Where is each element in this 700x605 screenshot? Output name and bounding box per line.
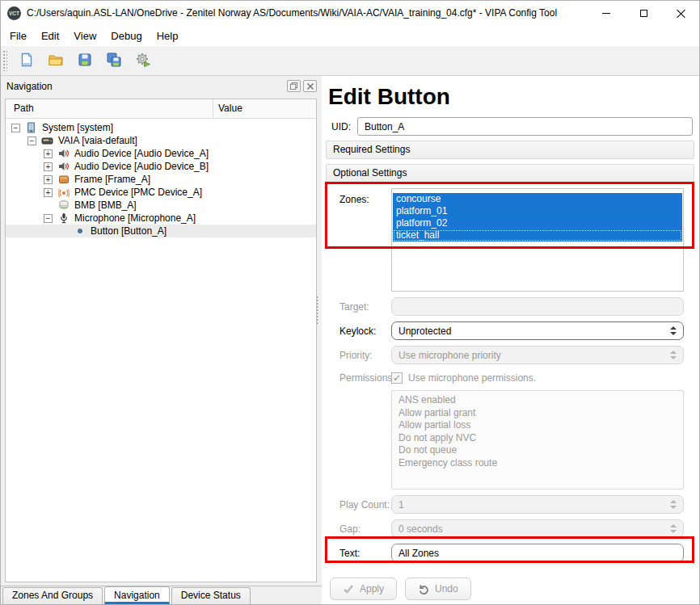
priority-value: Use microphone priority [398, 350, 501, 361]
close-button[interactable] [662, 1, 699, 25]
expand-expander-icon[interactable] [44, 175, 53, 184]
keylock-value: Unprotected [398, 326, 451, 337]
menu-debug[interactable]: Debug [103, 27, 149, 45]
tree-item-label: VAIA [vaia-default] [58, 135, 137, 146]
text-input[interactable] [391, 544, 684, 562]
tab-zones-and-groups[interactable]: Zones And Groups [2, 587, 103, 604]
new-file-button[interactable] [12, 48, 41, 73]
bmb-icon [57, 200, 70, 211]
tab-navigation[interactable]: Navigation [104, 586, 170, 604]
tree-row-audio-device-a[interactable]: Audio Device [Audio Device_A] [6, 147, 316, 160]
expand-expander-icon[interactable] [44, 188, 53, 197]
spin-arrows-icon [670, 524, 677, 533]
tree-row-system[interactable]: System [system] [6, 121, 316, 134]
float-icon [289, 82, 298, 90]
zone-item-selected-focused[interactable]: ticket_hall [393, 229, 682, 242]
expand-expander-icon[interactable] [44, 162, 53, 171]
section-optional-settings[interactable]: Optional Settings [326, 164, 694, 183]
expand-expander-icon[interactable] [44, 149, 53, 158]
tree-row-bmb[interactable]: BMB [BMB_A] [6, 199, 316, 212]
tree-item-label: PMC Device [PMC Device_A] [74, 187, 202, 198]
section-required-settings[interactable]: Required Settings [326, 141, 694, 159]
collapse-expander-icon[interactable] [27, 137, 36, 145]
apply-configuration-button[interactable] [129, 48, 158, 73]
app-icon: VCT [7, 6, 21, 20]
tree-column-headers: Path Value [6, 99, 316, 119]
target-label: Target: [339, 301, 391, 313]
gap-label: Gap: [339, 523, 391, 535]
menu-view[interactable]: View [66, 27, 103, 45]
collapse-expander-icon[interactable] [11, 124, 20, 132]
toolbar-drag-handle[interactable] [2, 50, 7, 71]
permission-option: Emergency class route [398, 457, 683, 470]
permission-option: Allow partial loss [398, 419, 683, 432]
save-all-button[interactable] [99, 48, 129, 73]
priority-combobox: Use microphone priority [391, 346, 684, 364]
uid-input[interactable] [357, 117, 693, 136]
spin-arrows-icon [670, 500, 677, 509]
dock-title: Navigation [6, 81, 285, 92]
zones-listbox[interactable]: concourse platform_01 platform_02 ticket… [391, 188, 684, 292]
zone-item-selected[interactable]: platform_01 [393, 205, 682, 217]
splitter-handle[interactable] [315, 296, 319, 325]
keylock-label: Keylock: [339, 326, 391, 337]
tree-item-label: Audio Device [Audio Device_B] [74, 161, 209, 172]
tree-item-label: BMB [BMB_A] [74, 200, 137, 211]
tree-row-vaia[interactable]: VAIA [vaia-default] [6, 134, 316, 147]
tree-row-microphone[interactable]: Microphone [Microphone_A] [6, 212, 316, 225]
dock-close-icon [306, 82, 314, 90]
zone-item-selected[interactable]: concourse [393, 193, 682, 205]
edit-button-panel: Edit Button UID: Required Settings Optio… [322, 76, 699, 604]
permissions-checkbox-label: Use microphone permissions. [408, 372, 536, 384]
new-file-icon [19, 52, 35, 70]
menubar: File Edit View Debug Help [1, 25, 699, 46]
minimize-button[interactable] [588, 1, 625, 25]
frame-icon [57, 174, 70, 185]
tree-body: System [system] VAIA [vaia-default] [6, 119, 316, 582]
gap-spinbox: 0 seconds [391, 519, 684, 538]
undo-button[interactable]: Undo [405, 578, 471, 600]
check-icon [343, 583, 354, 594]
keylock-combobox[interactable]: Unprotected [391, 321, 684, 340]
menu-file[interactable]: File [2, 27, 34, 45]
vaia-device-icon [41, 135, 53, 146]
column-header-path[interactable]: Path [6, 99, 213, 118]
dock-close-button[interactable] [303, 80, 317, 92]
tree-row-audio-device-b[interactable]: Audio Device [Audio Device_B] [6, 160, 316, 173]
target-input [391, 297, 684, 316]
close-icon [677, 9, 685, 18]
tree-item-label: Microphone [Microphone_A] [74, 212, 196, 224]
maximize-button[interactable] [625, 1, 662, 25]
menu-edit[interactable]: Edit [34, 27, 66, 45]
tree-item-label: Button [Button_A] [91, 225, 167, 237]
titlebar: VCT C:/Users/aquin.ASL-LAN/OneDrive - Ze… [1, 1, 699, 25]
tree-row-pmc-device[interactable]: PMC Device [PMC Device_A] [6, 186, 316, 199]
button-node-icon [74, 225, 86, 237]
audio-device-icon [57, 161, 70, 172]
zones-label: Zones: [339, 188, 391, 205]
text-label: Text: [339, 548, 391, 559]
dock-float-button[interactable] [287, 80, 301, 92]
menu-help[interactable]: Help [150, 27, 186, 45]
column-header-value[interactable]: Value [213, 99, 316, 118]
open-folder-icon [48, 52, 64, 70]
apply-button[interactable]: Apply [330, 578, 397, 600]
tab-device-status[interactable]: Device Status [171, 587, 251, 604]
zone-item-selected[interactable]: platform_02 [393, 217, 682, 229]
microphone-icon [57, 212, 70, 224]
tree-item-label: Audio Device [Audio Device_A] [74, 148, 209, 159]
permission-option: Allow partial grant [398, 407, 683, 420]
dock-header: Navigation [1, 76, 322, 96]
save-file-button[interactable] [70, 48, 99, 73]
tree-row-button-selected[interactable]: Button [Button_A] [6, 225, 316, 237]
audio-device-icon [57, 148, 70, 159]
tree-item-label: System [system] [42, 122, 113, 133]
tree-row-frame[interactable]: Frame [Frame_A] [6, 173, 316, 186]
undo-button-label: Undo [435, 583, 458, 594]
play-count-value: 1 [398, 499, 404, 510]
expander-spacer [60, 227, 69, 236]
open-file-button[interactable] [41, 48, 70, 73]
permission-option: Do not apply NVC [398, 432, 683, 445]
main-area: Navigation Path Value [1, 76, 699, 604]
collapse-expander-icon[interactable] [44, 214, 53, 223]
